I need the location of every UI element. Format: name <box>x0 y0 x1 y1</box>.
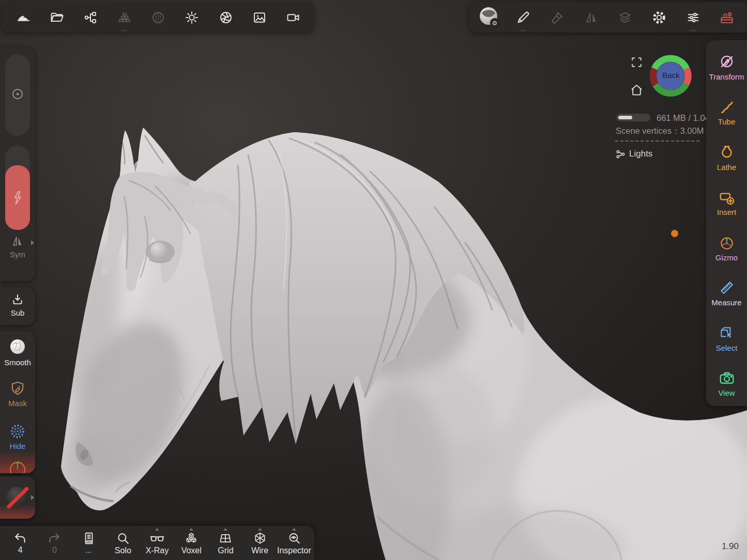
symmetry-label: Sym <box>10 251 25 258</box>
memory-progress-fill <box>618 116 632 119</box>
pen-tool-button[interactable]: … <box>509 3 538 32</box>
video-record-button[interactable] <box>279 3 308 32</box>
measure-icon <box>719 279 735 296</box>
long-press-caret <box>258 528 262 531</box>
bottom-item-label: Solo <box>115 547 131 555</box>
wireframe-icon <box>253 532 267 545</box>
intensity-slider[interactable] <box>5 146 30 230</box>
long-press-caret <box>189 528 193 531</box>
more-indicator: … <box>85 547 93 555</box>
gizmo-icon <box>719 235 735 251</box>
image-export-button[interactable] <box>245 3 274 32</box>
sidebar-item-gizmo[interactable]: Gizmo <box>706 225 747 271</box>
redo-button[interactable]: 0 <box>38 527 71 558</box>
redo-count: 0 <box>52 546 57 554</box>
hide-brush-button[interactable]: Hide <box>0 423 35 450</box>
view-icon <box>719 370 735 386</box>
intensity-bolt-icon <box>11 190 24 206</box>
app-window: … ⚙ … <box>0 0 747 560</box>
lights-label: Lights <box>629 149 652 159</box>
symmetry-toggle[interactable]: Sym <box>0 235 35 258</box>
voxel-button[interactable]: Voxel <box>175 527 208 558</box>
render-aperture-button[interactable] <box>211 3 240 32</box>
memory-text: 661 MB / 1.04 G <box>657 113 706 123</box>
symmetry-icon <box>11 235 24 248</box>
selected-color-glow <box>0 504 35 519</box>
sub-tool-button[interactable]: Sub <box>0 293 35 317</box>
scene-vertices-value: 3.00M <box>680 126 704 135</box>
home-view-icon[interactable] <box>630 83 644 97</box>
sidebar-item-label: Tube <box>718 118 736 126</box>
toolbar-viewport: 4 0 … Solo X-Ray Voxel Grid <box>0 526 314 560</box>
sub-tool-panel: Sub <box>0 288 35 325</box>
intensity-slider-fill <box>5 165 30 230</box>
sidebar-item-transform[interactable]: Transform <box>706 44 747 90</box>
more-indicator: … <box>690 26 697 32</box>
folder-open-button[interactable] <box>42 3 71 32</box>
zoom-level: 1.90 <box>722 541 739 552</box>
sidebar-item-view[interactable]: View <box>706 361 747 407</box>
sidebar-item-tube[interactable]: Tube <box>706 90 747 135</box>
tool-category-sidebar: Transform Tube Lathe Insert Gizmo Measur… <box>706 40 747 406</box>
light-position-dot[interactable] <box>671 230 678 237</box>
undo-button[interactable]: 4 <box>4 527 37 558</box>
notes-button[interactable]: … <box>72 527 105 558</box>
smooth-brush-button[interactable]: Smooth <box>0 337 35 366</box>
sub-tool-label: Sub <box>11 309 25 317</box>
long-press-caret <box>292 528 296 531</box>
brush-label: Mask <box>8 399 27 407</box>
grid-button[interactable]: Grid <box>209 527 242 558</box>
scene-graph-button[interactable] <box>76 3 105 32</box>
more-indicator: … <box>520 26 527 32</box>
sidebar-item-label: View <box>718 389 735 397</box>
fullscreen-icon[interactable] <box>630 56 643 69</box>
sidebar-item-label: Lathe <box>717 163 737 171</box>
hide-brush-icon <box>9 423 26 440</box>
toolbar-tools: ⚙ … … <box>469 2 747 33</box>
voxel-cubes-icon <box>185 532 198 545</box>
sidebar-item-label: Transform <box>709 73 744 81</box>
paint-tool-button[interactable] <box>543 3 572 32</box>
sidebar-item-lathe[interactable]: Lathe <box>706 135 747 180</box>
scene-vertices: Scene vertices：3.00M <box>616 126 704 137</box>
status-separator <box>615 141 699 142</box>
lighting-sun-button[interactable] <box>177 3 206 32</box>
settings-gear-button[interactable] <box>645 3 674 32</box>
more-indicator: … <box>121 26 128 32</box>
toolbox-button[interactable] <box>712 3 741 32</box>
inspector-button[interactable]: Inspector <box>278 527 311 558</box>
sidebar-item-measure[interactable]: Measure <box>706 271 747 316</box>
subtract-icon <box>11 293 24 306</box>
redo-icon <box>48 532 61 545</box>
scene-vertices-label: Scene vertices： <box>616 126 680 135</box>
sidebar-item-insert[interactable]: Insert <box>706 180 747 226</box>
mask-brush-button[interactable]: Mask <box>0 380 35 407</box>
long-press-caret <box>155 528 159 531</box>
bottom-item-label: Wire <box>251 547 268 555</box>
lights-nodes-icon <box>616 149 626 159</box>
sidebar-item-label: Measure <box>711 299 741 306</box>
topology-sphere-button[interactable] <box>144 3 173 32</box>
brush-presets-panel: Smooth Mask Hide <box>0 331 35 473</box>
xray-button[interactable]: X-Ray <box>141 527 174 558</box>
panel-expand-arrow[interactable] <box>31 240 34 245</box>
radius-slider-handle[interactable] <box>12 88 23 100</box>
sliders-options-button[interactable]: … <box>679 3 708 32</box>
radius-slider[interactable] <box>5 54 30 136</box>
undo-icon <box>13 532 27 545</box>
inspector-eye-icon <box>287 532 301 545</box>
wire-button[interactable]: Wire <box>243 527 277 558</box>
layers-button[interactable] <box>611 3 639 32</box>
app-logo[interactable] <box>9 3 38 32</box>
memory-progress-bar <box>616 114 650 121</box>
primitives-button[interactable]: … <box>110 3 139 32</box>
solo-magnifier-icon <box>116 532 130 545</box>
sidebar-item-label: Select <box>716 344 738 352</box>
material-sphere-button[interactable]: ⚙ <box>475 3 504 32</box>
lights-row[interactable]: Lights <box>616 149 652 159</box>
mirror-symmetry-button[interactable] <box>577 3 606 32</box>
panel-expand-arrow[interactable] <box>31 495 34 500</box>
sidebar-item-select[interactable]: Select <box>706 316 747 361</box>
undo-count: 4 <box>18 546 23 554</box>
solo-button[interactable]: Solo <box>106 527 140 558</box>
